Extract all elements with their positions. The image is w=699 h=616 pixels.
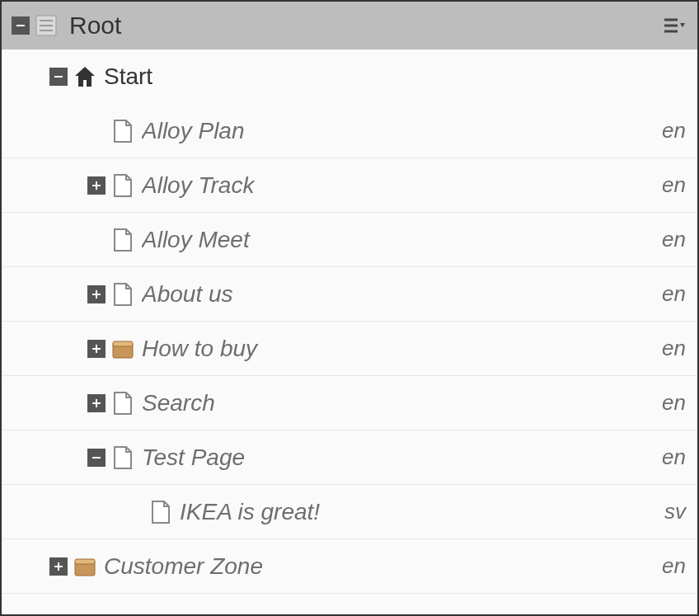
plus-icon (91, 397, 102, 409)
expand-toggle[interactable] (87, 340, 106, 358)
minus-icon (91, 452, 102, 463)
svg-rect-9 (54, 76, 63, 78)
svg-rect-20 (92, 457, 101, 458)
plus-icon (91, 180, 102, 191)
language-badge: en (662, 227, 686, 252)
tree-node-start[interactable]: Start (2, 49, 697, 104)
root-title[interactable]: Root (69, 12, 661, 40)
page-icon (110, 173, 135, 198)
toggle-placeholder (125, 503, 143, 521)
svg-rect-17 (113, 341, 133, 346)
root-icon (35, 14, 58, 37)
tree-node-about-us[interactable]: About us en (2, 267, 697, 322)
svg-rect-15 (96, 345, 97, 353)
svg-rect-11 (96, 181, 97, 190)
page-icon (110, 445, 135, 470)
node-label[interactable]: Alloy Plan (142, 118, 654, 144)
node-label[interactable]: Test Page (142, 444, 654, 471)
language-badge: sv (664, 499, 686, 524)
svg-rect-13 (96, 290, 97, 299)
collapse-toggle[interactable] (87, 449, 106, 467)
svg-rect-19 (96, 399, 97, 407)
page-icon (110, 228, 135, 252)
minus-icon (15, 20, 26, 31)
tree-node-alloy-plan[interactable]: Alloy Plan en (2, 104, 697, 158)
svg-rect-24 (75, 559, 95, 564)
node-label[interactable]: Start (104, 63, 686, 90)
node-label[interactable]: Alloy Meet (142, 227, 654, 253)
expand-toggle[interactable] (49, 557, 68, 576)
collapse-toggle[interactable] (12, 16, 30, 35)
language-badge: en (662, 118, 686, 143)
node-label[interactable]: About us (142, 281, 654, 308)
tree-node-how-to-buy[interactable]: How to buy en (2, 322, 697, 376)
tree-node-search[interactable]: Search en (2, 376, 697, 430)
language-badge: en (662, 390, 686, 416)
node-label[interactable]: How to buy (142, 336, 654, 362)
plus-icon (53, 561, 64, 572)
expand-toggle[interactable] (87, 176, 106, 195)
minus-icon (53, 71, 64, 82)
menu-dropdown-icon (663, 16, 686, 35)
home-icon (73, 64, 97, 89)
tree-node-ikea[interactable]: IKEA is great! sv (2, 485, 697, 539)
language-badge: en (662, 336, 686, 361)
plus-icon (91, 343, 102, 355)
language-badge: en (662, 172, 686, 198)
page-tree-panel: Root Start (0, 0, 699, 616)
tree-node-alloy-track[interactable]: Alloy Track en (2, 158, 697, 213)
plus-icon (91, 289, 102, 300)
tree-body: Start Alloy Plan en (2, 49, 697, 614)
node-label[interactable]: Alloy Track (142, 172, 654, 199)
language-badge: en (662, 553, 686, 579)
toggle-placeholder (87, 122, 106, 140)
node-label[interactable]: IKEA is great! (180, 499, 656, 525)
page-icon (110, 391, 135, 416)
svg-rect-0 (16, 25, 25, 26)
tree-node-customer-zone[interactable]: Customer Zone en (2, 539, 697, 594)
folder-icon (110, 336, 135, 361)
page-icon (110, 282, 135, 307)
language-badge: en (662, 444, 686, 470)
tree-header: Root (2, 2, 697, 49)
tree-options-button[interactable] (661, 14, 687, 37)
language-badge: en (662, 281, 686, 307)
svg-marker-8 (680, 23, 685, 27)
page-icon (110, 119, 135, 143)
node-label[interactable]: Customer Zone (104, 553, 654, 580)
collapse-toggle[interactable] (49, 68, 68, 86)
tree-node-test-page[interactable]: Test Page en (2, 430, 697, 485)
toggle-placeholder (87, 231, 106, 249)
folder-icon (73, 554, 97, 579)
page-icon (148, 500, 173, 524)
tree-node-alloy-meet[interactable]: Alloy Meet en (2, 213, 697, 267)
svg-rect-22 (58, 562, 59, 571)
expand-toggle[interactable] (87, 394, 106, 412)
node-label[interactable]: Search (142, 390, 654, 416)
expand-toggle[interactable] (87, 285, 106, 303)
